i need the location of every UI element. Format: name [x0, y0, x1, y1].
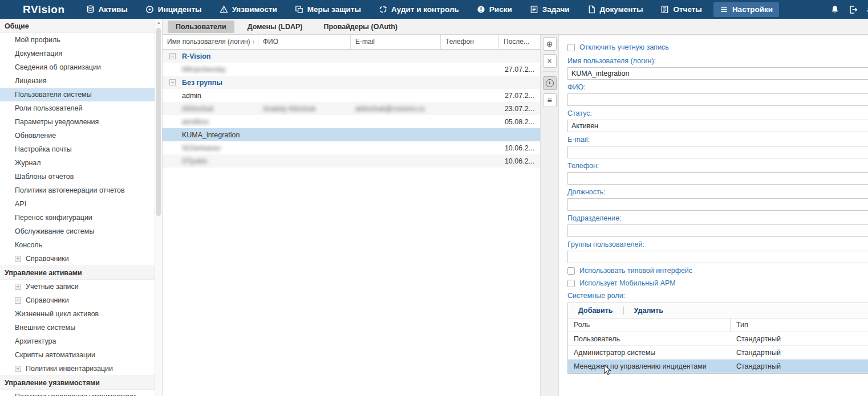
sidebar-item-accounts[interactable]: + Учетные записи: [0, 280, 155, 293]
sidebar-item-api[interactable]: API: [0, 197, 155, 211]
column-header-email[interactable]: E-mail: [351, 35, 441, 49]
department-field[interactable]: [567, 224, 868, 237]
role-row-selected[interactable]: Менеджер по управлению инцидентами Станд…: [568, 360, 868, 373]
sidebar-item-inventory-policies[interactable]: + Политики инвентаризации: [0, 362, 155, 375]
sidebar-item-asset-lifecycle[interactable]: Жизненный цикл активов: [0, 307, 155, 321]
list-menu-button[interactable]: ≡: [543, 93, 557, 107]
mobile-arm-checkbox-row[interactable]: Использует Мобильный АРМ: [567, 279, 868, 287]
sidebar-item-directories-general[interactable]: + Справочники: [0, 252, 155, 266]
table-row-user[interactable]: WKarchevsky 27.07.2...: [163, 63, 540, 76]
sidebar-item-console[interactable]: Консоль: [0, 238, 155, 252]
expand-plus-icon[interactable]: +: [15, 284, 21, 290]
role-row[interactable]: Пользователь Стандартный: [568, 332, 868, 346]
table-row-user[interactable]: SCherkasov 10.06.2...: [163, 141, 540, 154]
sidebar-item-my-profile[interactable]: Мой профиль: [0, 33, 155, 47]
column-header-type[interactable]: Тип: [731, 319, 868, 332]
checkbox-unchecked[interactable]: [567, 280, 575, 287]
expand-plus-icon[interactable]: +: [15, 366, 21, 372]
nav-item-tasks[interactable]: Задачи: [524, 2, 576, 17]
sidebar-item-system-maintenance[interactable]: Обслуживание системы: [0, 224, 155, 238]
status-field[interactable]: [567, 120, 868, 132]
phone-field[interactable]: [567, 172, 868, 185]
column-header-last-login[interactable]: После...: [499, 35, 540, 49]
sidebar-item-organization-info[interactable]: Сведения об организации: [0, 60, 155, 74]
nav-item-protection-measures[interactable]: Меры защиты: [289, 2, 367, 17]
role-row[interactable]: Администратор системы Стандартный: [568, 346, 868, 360]
column-header-role[interactable]: Роль: [568, 319, 731, 332]
nav-item-assets[interactable]: Активы: [80, 2, 134, 17]
sidebar-item-report-autogen-policies[interactable]: Политики автогенерации отчетов: [0, 183, 155, 197]
collapse-minus-icon[interactable]: −: [169, 53, 176, 59]
sidebar-scrollbar[interactable]: ▲: [155, 19, 162, 396]
sidebar-item-external-systems[interactable]: Внешние системы: [0, 321, 155, 334]
add-user-button[interactable]: ⊕: [543, 37, 557, 51]
info-panel-button[interactable]: i: [543, 76, 557, 90]
logout-icon[interactable]: [849, 5, 858, 14]
group-row-no-group[interactable]: − Без группы: [163, 76, 540, 89]
nav-item-vulnerabilities[interactable]: Уязвимости: [213, 2, 283, 17]
sidebar-item-user-roles[interactable]: Роли пользователей: [0, 101, 155, 115]
column-header-login[interactable]: Имя пользователя (логин) ↑: [163, 35, 258, 49]
sidebar-item-update[interactable]: Обновление: [0, 129, 155, 142]
email-field[interactable]: [567, 146, 868, 158]
sidebar-section-asset-management: Управление активами: [0, 266, 155, 280]
expand-plus-icon[interactable]: +: [15, 297, 21, 304]
nav-item-label: Риски: [489, 5, 512, 14]
bell-icon[interactable]: [830, 5, 839, 14]
table-row-user[interactable]: AKlinchuk Anatoly Klinchuk aklinchuk@rvi…: [163, 102, 540, 115]
add-role-button[interactable]: Добавить: [568, 307, 623, 315]
nav-item-risks[interactable]: Риски: [470, 2, 518, 17]
nav-item-settings[interactable]: Настройки: [713, 2, 779, 17]
sidebar-item-journal[interactable]: Журнал: [0, 156, 155, 170]
table-row-user[interactable]: atrofikov 05.08.2...: [163, 115, 540, 128]
scrollbar-thumb[interactable]: [156, 28, 161, 216]
table-row-user[interactable]: STyukin 10.06.2...: [163, 154, 540, 168]
sidebar-item-config-transfer[interactable]: Перенос конфигурации: [0, 211, 155, 224]
top-nav-right: a: [830, 5, 868, 14]
settings-sidebar: Общие Мой профиль Документация Сведения …: [0, 19, 163, 396]
sidebar-item-documentation[interactable]: Документация: [0, 47, 155, 60]
scrollbar-up-arrow-icon[interactable]: ▲: [157, 21, 161, 25]
tab-oauth-providers[interactable]: Провайдеры (OAuth): [315, 21, 405, 33]
table-row-user[interactable]: admin 27.07.2...: [163, 89, 540, 102]
sidebar-item-mail-settings[interactable]: Настройка почты: [0, 142, 155, 156]
user-login: atrofikov: [163, 118, 258, 126]
typical-interface-checkbox-row[interactable]: Использовать типовой интерфейс: [567, 267, 868, 275]
checkbox-unchecked[interactable]: [567, 44, 575, 51]
collapse-minus-icon[interactable]: −: [169, 79, 176, 85]
group-row-rvision[interactable]: − R-Vision: [163, 50, 540, 63]
tab-ldap-domains[interactable]: Домены (LDAP): [240, 21, 311, 33]
checkbox-unchecked[interactable]: [567, 267, 575, 275]
position-field[interactable]: [567, 198, 868, 211]
task-list-icon: [530, 5, 538, 14]
nav-item-audit-control[interactable]: Аудит и контроль: [372, 2, 465, 17]
delete-user-button[interactable]: ×: [543, 54, 557, 68]
disable-account-checkbox-row[interactable]: Отключить учетную запись: [567, 43, 868, 51]
tab-users[interactable]: Пользователи: [168, 21, 234, 33]
sidebar-item-architecture[interactable]: Архитектура: [0, 334, 155, 348]
sidebar-item-notification-params[interactable]: Параметры уведомления: [0, 115, 155, 129]
sidebar-item-directories-assets[interactable]: + Справочники: [0, 293, 155, 307]
nav-item-reports[interactable]: Отчеты: [654, 2, 708, 17]
mobile-arm-label: Использует Мобильный АРМ: [579, 279, 676, 287]
column-header-fio[interactable]: ФИО: [258, 35, 351, 49]
user-groups-field[interactable]: [567, 251, 868, 263]
user-last-login: 10.06.2...: [499, 144, 540, 152]
sidebar-item-license[interactable]: Лицензия: [0, 74, 155, 88]
remove-role-button[interactable]: Удалить: [624, 307, 674, 315]
fio-field[interactable]: [567, 93, 868, 106]
sidebar-item-automation-scripts[interactable]: Скрипты автоматизации: [0, 348, 155, 362]
sidebar-item-system-users[interactable]: Пользователи системы: [0, 88, 155, 101]
nav-item-incidents[interactable]: Инциденты: [139, 2, 208, 17]
table-row-user-selected[interactable]: KUMA_integration: [163, 128, 540, 141]
target-icon: [145, 5, 154, 14]
nav-item-documents[interactable]: Документы: [581, 2, 650, 17]
user-login: STyukin: [163, 157, 258, 165]
sort-ascending-icon[interactable]: ↑: [252, 39, 255, 45]
exclamation-circle-icon: [477, 5, 485, 14]
login-field[interactable]: [567, 67, 868, 80]
expand-plus-icon[interactable]: +: [15, 256, 21, 262]
sidebar-item-report-templates[interactable]: Шаблоны отчетов: [0, 170, 155, 183]
sidebar-item-vulnerability-policies[interactable]: Политики управления уязвимостями: [0, 390, 155, 396]
column-header-phone[interactable]: Телефон: [441, 35, 499, 49]
